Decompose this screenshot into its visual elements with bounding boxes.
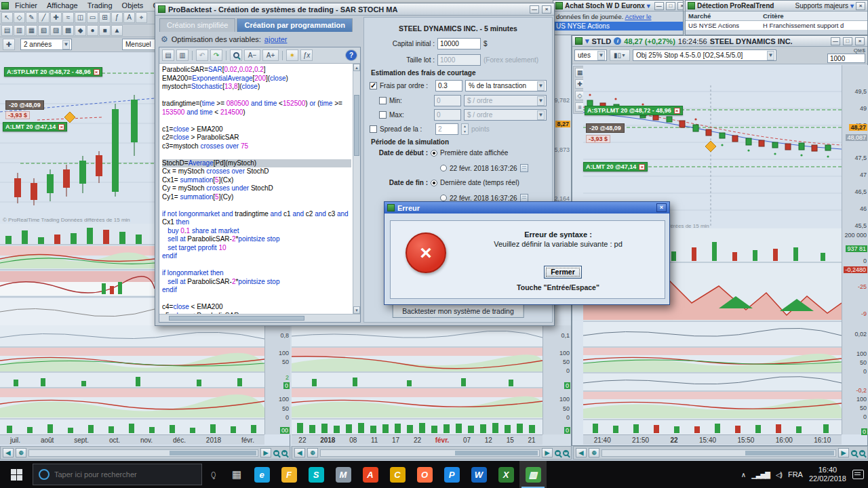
add-variable-link[interactable]: ajouter: [264, 35, 288, 43]
mail[interactable]: M: [330, 461, 357, 488]
drawing-tool-icon[interactable]: ◇: [14, 12, 25, 23]
zoom-in-icon[interactable]: +: [859, 450, 865, 456]
volume-icon[interactable]: ◁): [776, 471, 782, 479]
word[interactable]: W: [465, 461, 492, 488]
capital-input[interactable]: [437, 38, 481, 49]
drawing-tool-icon[interactable]: ƒ: [111, 12, 123, 23]
start-button[interactable]: [0, 461, 33, 488]
task-view-icon[interactable]: ▦: [225, 461, 248, 488]
fee-unit-select[interactable]: % de la transaction▼: [465, 80, 547, 92]
drawing-tool-icon[interactable]: ⌖: [136, 12, 147, 23]
chart-tool-icon[interactable]: ▤: [1, 25, 13, 36]
paste-icon[interactable]: ▥: [176, 49, 189, 61]
activate-link[interactable]: Activer le: [625, 13, 651, 20]
close-button[interactable]: ×: [855, 37, 865, 45]
qty-input[interactable]: [827, 54, 865, 63]
trade-label-limit[interactable]: A:LMT 20 @47,14×: [583, 162, 648, 171]
excel[interactable]: X: [492, 461, 519, 488]
microphone-icon[interactable]: ⬯⌄: [202, 461, 225, 488]
timeframe-select[interactable]: utes▼: [574, 49, 607, 61]
scroll-left-button[interactable]: ◀: [576, 448, 587, 458]
chevron-down-icon[interactable]: ▾: [850, 2, 854, 9]
close-icon[interactable]: ×: [94, 69, 100, 75]
minimize-button[interactable]: —: [831, 37, 840, 45]
dialog-titlebar[interactable]: ProBacktest - Création de systèmes de tr…: [155, 3, 554, 16]
end-last-radio[interactable]: [431, 180, 437, 186]
zoom-in-icon[interactable]: +: [563, 450, 569, 456]
min-checkbox[interactable]: [379, 97, 387, 104]
drawing-tool-icon[interactable]: ◫: [75, 12, 86, 23]
action-center-icon[interactable]: [852, 470, 864, 479]
chart-tool-icon[interactable]: ▨: [50, 25, 62, 36]
close-button[interactable]: ×: [656, 203, 667, 212]
zoom-out-icon[interactable]: −: [273, 450, 279, 456]
scrollbar[interactable]: [28, 449, 258, 457]
close-icon[interactable]: ×: [58, 124, 64, 130]
menu-item[interactable]: Affichage: [42, 1, 83, 10]
close-icon[interactable]: ×: [639, 164, 645, 170]
error-close-button[interactable]: Fermer: [544, 266, 582, 279]
fee-input[interactable]: [435, 80, 462, 92]
font-smaller-button[interactable]: A−: [244, 49, 260, 61]
start-first-radio[interactable]: [431, 150, 437, 157]
help-icon[interactable]: ?: [345, 49, 357, 61]
scanner-selected-market[interactable]: US NYSE Actions: [553, 22, 683, 30]
search-input[interactable]: [54, 470, 183, 479]
max-input[interactable]: [434, 109, 461, 121]
drawing-tool-icon[interactable]: ▭: [87, 12, 98, 23]
trade-label-exit[interactable]: -20 @48,09: [5, 100, 44, 110]
run-backtest-button[interactable]: Backtester mon système de trading: [392, 304, 524, 318]
tab-simplified-creation[interactable]: Création simplifiée: [159, 18, 235, 32]
redo-icon[interactable]: ↷: [210, 49, 222, 61]
language-indicator[interactable]: FRA: [788, 470, 803, 479]
zoom-out-icon[interactable]: −: [851, 450, 857, 456]
maximize-button[interactable]: □: [666, 2, 675, 10]
maximize-button[interactable]: □: [843, 37, 852, 45]
calendar-icon[interactable]: [520, 164, 528, 172]
font-larger-button[interactable]: A+: [262, 49, 279, 61]
clock[interactable]: 16:40 22/02/2018: [809, 466, 846, 483]
scrollbar[interactable]: [601, 449, 836, 457]
range-select[interactable]: 2 années▼: [20, 39, 72, 50]
chrome[interactable]: C: [384, 461, 411, 488]
settings-button[interactable]: ⊕: [589, 448, 599, 458]
trade-label-exit[interactable]: -20 @48,09: [586, 123, 625, 133]
scroll-right-button[interactable]: ▶: [838, 448, 849, 458]
strategy-select[interactable]: Obj 25% Stop 4.5-5.0 [O2,S4.5/5.0]▼: [633, 49, 776, 61]
detection-table-row[interactable]: US NYSE Actions H Franchissement support…: [686, 21, 867, 30]
close-button[interactable]: ×: [856, 2, 865, 10]
max-checkbox[interactable]: [379, 111, 387, 119]
min-unit-select[interactable]: $ / ordre▼: [464, 95, 547, 106]
drawing-tool-icon[interactable]: ↖: [1, 12, 13, 23]
detection-titlebar[interactable]: Détection ProRealTrend Supports majeurs …: [686, 1, 867, 12]
tab-programming-creation[interactable]: Création par programmation: [237, 18, 353, 32]
chart-tool-icon[interactable]: ▧: [38, 25, 50, 36]
taskbar-search[interactable]: [33, 464, 202, 485]
trade-label-limit[interactable]: A:LMT 20 @47,14×: [3, 122, 67, 131]
drawing-tool-icon[interactable]: ✚: [50, 12, 62, 23]
close-button[interactable]: ×: [677, 2, 683, 10]
start-date-radio[interactable]: [440, 165, 447, 171]
prorealtime[interactable]: ▥: [519, 461, 547, 488]
chart-tool-icon[interactable]: ▲: [111, 25, 123, 36]
trade-label-stop-limit[interactable]: A:STP.LMT 20 @48,72 - 48,96×: [585, 106, 683, 115]
spread-stepper[interactable]: ▲▼: [461, 123, 469, 135]
right-titlebar[interactable]: ▾ STLD i 48,27 (+0,27%) 16:24:56 STEEL D…: [572, 36, 867, 47]
min-input[interactable]: [434, 95, 461, 106]
detection-mode[interactable]: Supports majeurs: [795, 2, 848, 9]
drawing-tool-icon[interactable]: ≈: [62, 12, 74, 23]
copy-icon[interactable]: ▤: [162, 49, 174, 61]
spread-checkbox[interactable]: [370, 125, 377, 133]
close-button[interactable]: ×: [542, 5, 551, 14]
close-icon[interactable]: ×: [674, 108, 680, 114]
chart-tool-icon[interactable]: ▥: [14, 25, 25, 36]
antivirus[interactable]: A: [357, 461, 384, 488]
insert-function-button[interactable]: ƒx: [300, 49, 313, 61]
network-icon[interactable]: ▁▃▅▇: [751, 471, 770, 479]
edge[interactable]: e: [248, 461, 275, 488]
menu-item[interactable]: Fichier: [10, 1, 42, 10]
photos[interactable]: P: [438, 461, 465, 488]
zoom-in-icon[interactable]: +: [281, 450, 288, 456]
code-horizontal-scrollbar[interactable]: [159, 314, 360, 322]
trade-label-stop-limit[interactable]: A:STP.LMT 20 @48,72 - 48,96×: [4, 67, 102, 77]
